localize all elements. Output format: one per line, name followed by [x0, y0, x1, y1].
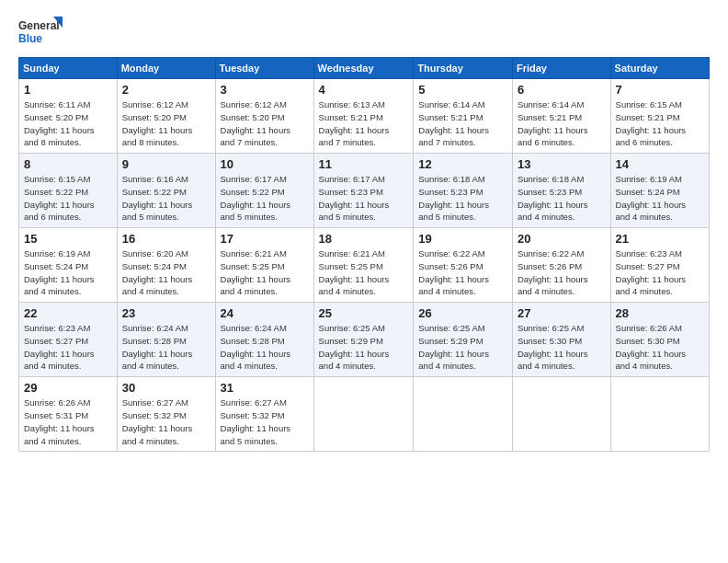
calendar-header-row: SundayMondayTuesdayWednesdayThursdayFrid… [19, 58, 710, 79]
calendar-week-1: 1 Sunrise: 6:11 AMSunset: 5:20 PMDayligh… [19, 79, 710, 154]
day-info: Sunrise: 6:23 AMSunset: 5:27 PMDaylight:… [616, 247, 704, 298]
calendar-cell: 19 Sunrise: 6:22 AMSunset: 5:26 PMDaylig… [414, 228, 513, 303]
day-number: 15 [24, 232, 112, 246]
calendar-header-sunday: Sunday [19, 58, 118, 79]
day-number: 29 [24, 381, 112, 395]
day-number: 18 [319, 232, 409, 246]
day-info: Sunrise: 6:14 AMSunset: 5:21 PMDaylight:… [418, 98, 507, 149]
calendar-cell: 6 Sunrise: 6:14 AMSunset: 5:21 PMDayligh… [512, 79, 610, 154]
calendar-cell: 31 Sunrise: 6:27 AMSunset: 5:32 PMDaylig… [215, 377, 313, 452]
calendar-cell: 7 Sunrise: 6:15 AMSunset: 5:21 PMDayligh… [610, 79, 709, 154]
day-info: Sunrise: 6:15 AMSunset: 5:22 PMDaylight:… [24, 173, 112, 224]
calendar-cell [313, 377, 414, 452]
calendar-cell: 18 Sunrise: 6:21 AMSunset: 5:25 PMDaylig… [313, 228, 414, 303]
day-info: Sunrise: 6:26 AMSunset: 5:31 PMDaylight:… [24, 396, 112, 447]
day-info: Sunrise: 6:19 AMSunset: 5:24 PMDaylight:… [616, 173, 704, 224]
day-number: 22 [24, 306, 112, 320]
calendar-week-5: 29 Sunrise: 6:26 AMSunset: 5:31 PMDaylig… [19, 377, 710, 452]
calendar-cell: 5 Sunrise: 6:14 AMSunset: 5:21 PMDayligh… [414, 79, 513, 154]
page: General Blue SundayMondayTuesdayWednesda… [0, 0, 728, 563]
calendar-cell: 20 Sunrise: 6:22 AMSunset: 5:26 PMDaylig… [512, 228, 610, 303]
calendar-cell: 11 Sunrise: 6:17 AMSunset: 5:23 PMDaylig… [313, 154, 414, 228]
calendar-cell: 10 Sunrise: 6:17 AMSunset: 5:22 PMDaylig… [215, 154, 313, 228]
calendar-cell: 30 Sunrise: 6:27 AMSunset: 5:32 PMDaylig… [117, 377, 215, 452]
day-number: 24 [221, 306, 309, 320]
day-number: 16 [122, 232, 210, 246]
day-number: 11 [319, 157, 409, 171]
calendar-cell: 9 Sunrise: 6:16 AMSunset: 5:22 PMDayligh… [117, 154, 215, 228]
calendar-header-saturday: Saturday [610, 58, 709, 79]
svg-text:General: General [18, 19, 60, 32]
calendar-cell: 14 Sunrise: 6:19 AMSunset: 5:24 PMDaylig… [610, 154, 709, 228]
day-info: Sunrise: 6:12 AMSunset: 5:20 PMDaylight:… [122, 98, 210, 149]
svg-text:Blue: Blue [18, 32, 42, 45]
day-number: 19 [418, 232, 507, 246]
day-info: Sunrise: 6:25 AMSunset: 5:29 PMDaylight:… [418, 322, 507, 373]
day-info: Sunrise: 6:18 AMSunset: 5:23 PMDaylight:… [518, 173, 606, 224]
calendar-cell: 23 Sunrise: 6:24 AMSunset: 5:28 PMDaylig… [117, 303, 215, 377]
calendar-cell: 8 Sunrise: 6:15 AMSunset: 5:22 PMDayligh… [19, 154, 118, 228]
calendar-cell: 26 Sunrise: 6:25 AMSunset: 5:29 PMDaylig… [414, 303, 513, 377]
day-info: Sunrise: 6:22 AMSunset: 5:26 PMDaylight:… [418, 247, 507, 298]
day-info: Sunrise: 6:16 AMSunset: 5:22 PMDaylight:… [122, 173, 210, 224]
day-number: 2 [122, 83, 210, 97]
day-info: Sunrise: 6:17 AMSunset: 5:22 PMDaylight:… [221, 173, 309, 224]
calendar-cell: 1 Sunrise: 6:11 AMSunset: 5:20 PMDayligh… [19, 79, 118, 154]
calendar-table: SundayMondayTuesdayWednesdayThursdayFrid… [18, 57, 710, 452]
day-number: 31 [221, 381, 309, 395]
calendar-cell: 2 Sunrise: 6:12 AMSunset: 5:20 PMDayligh… [117, 79, 215, 154]
calendar-cell: 15 Sunrise: 6:19 AMSunset: 5:24 PMDaylig… [19, 228, 118, 303]
day-number: 23 [122, 306, 210, 320]
day-info: Sunrise: 6:11 AMSunset: 5:20 PMDaylight:… [24, 98, 112, 149]
day-info: Sunrise: 6:27 AMSunset: 5:32 PMDaylight:… [221, 396, 309, 447]
day-info: Sunrise: 6:24 AMSunset: 5:28 PMDaylight:… [221, 322, 309, 373]
calendar-cell: 27 Sunrise: 6:25 AMSunset: 5:30 PMDaylig… [512, 303, 610, 377]
day-info: Sunrise: 6:26 AMSunset: 5:30 PMDaylight:… [616, 322, 704, 373]
calendar-cell: 25 Sunrise: 6:25 AMSunset: 5:29 PMDaylig… [313, 303, 414, 377]
day-number: 26 [418, 306, 507, 320]
calendar-header-monday: Monday [117, 58, 215, 79]
day-number: 5 [418, 83, 507, 97]
day-number: 25 [319, 306, 409, 320]
day-number: 8 [24, 157, 112, 171]
day-info: Sunrise: 6:17 AMSunset: 5:23 PMDaylight:… [319, 173, 409, 224]
logo-icon: General Blue [18, 15, 64, 50]
day-number: 10 [221, 157, 309, 171]
calendar-cell: 22 Sunrise: 6:23 AMSunset: 5:27 PMDaylig… [19, 303, 118, 377]
calendar-cell: 16 Sunrise: 6:20 AMSunset: 5:24 PMDaylig… [117, 228, 215, 303]
calendar-week-3: 15 Sunrise: 6:19 AMSunset: 5:24 PMDaylig… [19, 228, 710, 303]
day-info: Sunrise: 6:27 AMSunset: 5:32 PMDaylight:… [122, 396, 210, 447]
day-number: 1 [24, 83, 112, 97]
calendar-cell: 13 Sunrise: 6:18 AMSunset: 5:23 PMDaylig… [512, 154, 610, 228]
day-info: Sunrise: 6:13 AMSunset: 5:21 PMDaylight:… [319, 98, 409, 149]
day-info: Sunrise: 6:19 AMSunset: 5:24 PMDaylight:… [24, 247, 112, 298]
day-info: Sunrise: 6:24 AMSunset: 5:28 PMDaylight:… [122, 322, 210, 373]
day-info: Sunrise: 6:15 AMSunset: 5:21 PMDaylight:… [616, 98, 704, 149]
calendar-header-thursday: Thursday [414, 58, 513, 79]
day-number: 12 [418, 157, 507, 171]
calendar-cell [414, 377, 513, 452]
calendar-week-4: 22 Sunrise: 6:23 AMSunset: 5:27 PMDaylig… [19, 303, 710, 377]
day-info: Sunrise: 6:25 AMSunset: 5:30 PMDaylight:… [518, 322, 606, 373]
day-info: Sunrise: 6:23 AMSunset: 5:27 PMDaylight:… [24, 322, 112, 373]
day-info: Sunrise: 6:21 AMSunset: 5:25 PMDaylight:… [319, 247, 409, 298]
day-number: 27 [518, 306, 606, 320]
day-number: 4 [319, 83, 409, 97]
day-number: 7 [616, 83, 704, 97]
day-info: Sunrise: 6:21 AMSunset: 5:25 PMDaylight:… [221, 247, 309, 298]
day-info: Sunrise: 6:20 AMSunset: 5:24 PMDaylight:… [122, 247, 210, 298]
calendar-header-tuesday: Tuesday [215, 58, 313, 79]
day-number: 9 [122, 157, 210, 171]
calendar-cell [610, 377, 709, 452]
day-number: 14 [616, 157, 704, 171]
day-number: 28 [616, 306, 704, 320]
day-number: 6 [518, 83, 606, 97]
calendar-cell: 21 Sunrise: 6:23 AMSunset: 5:27 PMDaylig… [610, 228, 709, 303]
day-number: 3 [221, 83, 309, 97]
logo: General Blue [18, 15, 64, 50]
day-info: Sunrise: 6:14 AMSunset: 5:21 PMDaylight:… [518, 98, 606, 149]
day-info: Sunrise: 6:25 AMSunset: 5:29 PMDaylight:… [319, 322, 409, 373]
header: General Blue [18, 15, 710, 50]
calendar-cell: 4 Sunrise: 6:13 AMSunset: 5:21 PMDayligh… [313, 79, 414, 154]
calendar-cell: 29 Sunrise: 6:26 AMSunset: 5:31 PMDaylig… [19, 377, 118, 452]
